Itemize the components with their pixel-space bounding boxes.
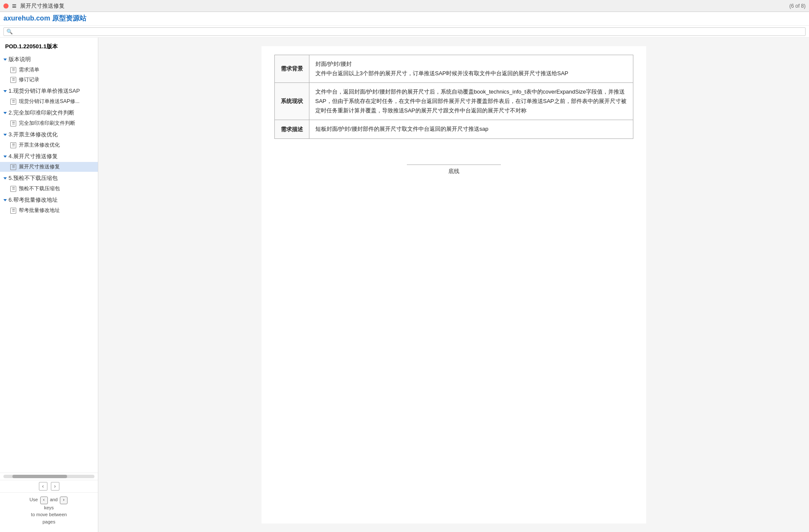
search-bar <box>0 26 809 38</box>
table-row-1: 系统现状文件中台，返回封面/护封/腰封部件的展开尺寸后，系统自动覆盖book_t… <box>274 83 633 120</box>
table-content-line-0-0: 封面/护封/腰封 <box>315 59 627 69</box>
sidebar-content: POD.1.220501.1版本 版本说明☰需求清单☰修订记录1.现货分销订单单… <box>0 38 98 473</box>
nav-triangle-group3 <box>3 134 7 136</box>
nav-group-header-group2[interactable]: 2.完全加印准印刷文件判断 <box>0 107 98 118</box>
sidebar-nav-arrows: ‹ › <box>0 480 98 492</box>
footer-and-text: and <box>50 497 59 502</box>
content-area: 需求背景封面/护封/腰封文件中台返回以上3个部件的展开尺寸，订单推送SAP时候并… <box>98 38 809 532</box>
nav-item-group5-0[interactable]: ☰预检不下载压缩包 <box>0 184 98 194</box>
nav-item-icon-group5-0: ☰ <box>10 186 16 192</box>
nav-item-icon-group2-0: ☰ <box>10 121 16 126</box>
page-count: (6 of 8) <box>789 3 806 9</box>
nav-group-group1: 1.现货分销订单单价推送SAP☰现货分销订单推送SAP修... <box>0 85 98 106</box>
nav-group-header-group3[interactable]: 3.开票主体修改优化 <box>0 129 98 140</box>
table-row-0: 需求背景封面/护封/腰封文件中台返回以上3个部件的展开尺寸，订单推送SAP时候并… <box>274 55 633 83</box>
next-key-badge: › <box>60 497 68 504</box>
nav-group-label-version: 版本说明 <box>9 56 31 63</box>
table-label-1: 系统现状 <box>274 83 309 120</box>
nav-triangle-group6 <box>3 199 7 201</box>
sidebar-scrollbar-thumb <box>12 475 67 478</box>
table-content-line-0-1: 文件中台返回以上3个部件的展开尺寸，订单推送SAP时候并没有取文件中台返回的展开… <box>315 69 627 78</box>
nav-item-icon-group1-0: ☰ <box>10 99 16 105</box>
title-bar: ✕ ≡ 展开尺寸推送修复 (6 of 8) <box>0 0 809 12</box>
watermark-link[interactable]: axurehub.com 原型资源站 <box>3 14 86 23</box>
nav-group-label-group5: 5.预检不下载压缩包 <box>9 174 58 182</box>
nav-item-version-0[interactable]: ☰需求清单 <box>0 65 98 75</box>
nav-group-header-group1[interactable]: 1.现货分销订单单价推送SAP <box>0 85 98 97</box>
nav-item-group3-0[interactable]: ☰开票主体修改优化 <box>0 140 98 150</box>
nav-triangle-group1 <box>3 90 7 92</box>
nav-group-label-group4: 4.展开尺寸推送修复 <box>9 153 58 160</box>
nav-group-version: 版本说明☰需求清单☰修订记录 <box>0 54 98 85</box>
footer-keys-text: keys <box>44 505 54 510</box>
table-content-line-1-0: 文件中台，返回封面/护封/腰封部件的展开尺寸后，系统自动覆盖book_techn… <box>315 87 627 115</box>
nav-triangle-group4 <box>3 156 7 158</box>
sidebar-scrollbar[interactable] <box>3 475 94 478</box>
table-label-0: 需求背景 <box>274 55 309 83</box>
nav-group-group5: 5.预检不下载压缩包☰预检不下载压缩包 <box>0 173 98 194</box>
footer-move-text: to move between <box>31 512 67 517</box>
nav-group-header-group4[interactable]: 4.展开尺寸推送修复 <box>0 151 98 162</box>
table-label-2: 需求描述 <box>274 120 309 138</box>
nav-group-header-group5[interactable]: 5.预检不下载压缩包 <box>0 173 98 184</box>
prev-key-badge: ‹ <box>40 497 48 504</box>
bottom-line-label: 底线 <box>448 168 459 175</box>
next-page-button[interactable]: › <box>51 482 59 491</box>
main-layout: POD.1.220501.1版本 版本说明☰需求清单☰修订记录1.现货分销订单单… <box>0 38 809 532</box>
menu-icon[interactable]: ≡ <box>12 2 17 10</box>
nav-item-icon-group3-0: ☰ <box>10 142 16 148</box>
nav-item-group4-0[interactable]: ☰展开尺寸推送修复 <box>0 162 98 172</box>
bottom-line <box>407 165 501 165</box>
nav-item-group6-0[interactable]: ☰帮考批量修改地址 <box>0 206 98 215</box>
watermark-bar: axurehub.com 原型资源站 <box>0 12 809 26</box>
nav-group-label-group6: 6.帮考批量修改地址 <box>9 196 58 204</box>
nav-group-header-version[interactable]: 版本说明 <box>0 54 98 65</box>
nav-group-group2: 2.完全加印准印刷文件判断☰完全加印准印刷文件判断 <box>0 107 98 128</box>
nav-item-version-1[interactable]: ☰修订记录 <box>0 75 98 85</box>
table-content-1: 文件中台，返回封面/护封/腰封部件的展开尺寸后，系统自动覆盖book_techn… <box>309 83 633 120</box>
nav-item-group1-0[interactable]: ☰现货分销订单推送SAP修... <box>0 97 98 106</box>
prev-page-button[interactable]: ‹ <box>39 482 47 491</box>
sidebar-version: POD.1.220501.1版本 <box>0 41 98 54</box>
nav-group-group4: 4.展开尺寸推送修复☰展开尺寸推送修复 <box>0 151 98 172</box>
nav-item-label-group5-0: 预检不下载压缩包 <box>19 185 60 192</box>
nav-item-icon-version-1: ☰ <box>10 77 16 83</box>
table-content-line-2-0: 短板封面/护封/腰封部件的展开尺寸取文件中台返回的展开尺寸推送sap <box>315 124 627 134</box>
nav-triangle-version <box>3 59 7 61</box>
nav-item-label-group4-0: 展开尺寸推送修复 <box>19 163 60 170</box>
nav-group-group6: 6.帮考批量修改地址☰帮考批量修改地址 <box>0 194 98 215</box>
nav-item-icon-group4-0: ☰ <box>10 164 16 170</box>
bottom-line-area: 底线 <box>274 165 633 175</box>
nav-groups: 版本说明☰需求清单☰修订记录1.现货分销订单单价推送SAP☰现货分销订单推送SA… <box>0 54 98 215</box>
table-content-0: 封面/护封/腰封文件中台返回以上3个部件的展开尺寸，订单推送SAP时候并没有取文… <box>309 55 633 83</box>
nav-item-label-version-0: 需求清单 <box>19 66 39 73</box>
nav-triangle-group5 <box>3 177 7 179</box>
requirements-table: 需求背景封面/护封/腰封文件中台返回以上3个部件的展开尺寸，订单推送SAP时候并… <box>274 55 633 139</box>
nav-item-icon-group6-0: ☰ <box>10 208 16 214</box>
nav-item-label-group3-0: 开票主体修改优化 <box>19 141 60 149</box>
page-title: 展开尺寸推送修复 <box>20 2 788 10</box>
footer-pages-text: pages <box>43 519 56 524</box>
nav-item-label-group2-0: 完全加印准印刷文件判断 <box>19 120 75 127</box>
nav-group-label-group1: 1.现货分销订单单价推送SAP <box>9 87 80 95</box>
sidebar-scrollbar-area <box>0 473 98 480</box>
nav-triangle-group2 <box>3 112 7 114</box>
nav-item-group2-0[interactable]: ☰完全加印准印刷文件判断 <box>0 118 98 128</box>
nav-group-header-group6[interactable]: 6.帮考批量修改地址 <box>0 194 98 206</box>
nav-item-icon-version-0: ☰ <box>10 67 16 73</box>
footer-use-text: Use <box>29 497 39 502</box>
nav-item-label-group6-0: 帮考批量修改地址 <box>19 207 60 214</box>
close-button[interactable]: ✕ <box>3 3 9 9</box>
nav-group-label-group2: 2.完全加印准印刷文件判断 <box>9 109 74 117</box>
table-row-2: 需求描述短板封面/护封/腰封部件的展开尺寸取文件中台返回的展开尺寸推送sap <box>274 120 633 138</box>
document-content: 需求背景封面/护封/腰封文件中台返回以上3个部件的展开尺寸，订单推送SAP时候并… <box>262 46 646 523</box>
nav-item-label-version-1: 修订记录 <box>19 76 39 83</box>
search-input[interactable] <box>3 27 806 36</box>
table-content-2: 短板封面/护封/腰封部件的展开尺寸取文件中台返回的展开尺寸推送sap <box>309 120 633 138</box>
nav-group-group3: 3.开票主体修改优化☰开票主体修改优化 <box>0 129 98 150</box>
sidebar-footer: Use ‹ and › keys to move between pages <box>0 492 98 532</box>
sidebar: POD.1.220501.1版本 版本说明☰需求清单☰修订记录1.现货分销订单单… <box>0 38 98 532</box>
nav-group-label-group3: 3.开票主体修改优化 <box>9 131 58 138</box>
nav-item-label-group1-0: 现货分销订单推送SAP修... <box>19 98 79 105</box>
